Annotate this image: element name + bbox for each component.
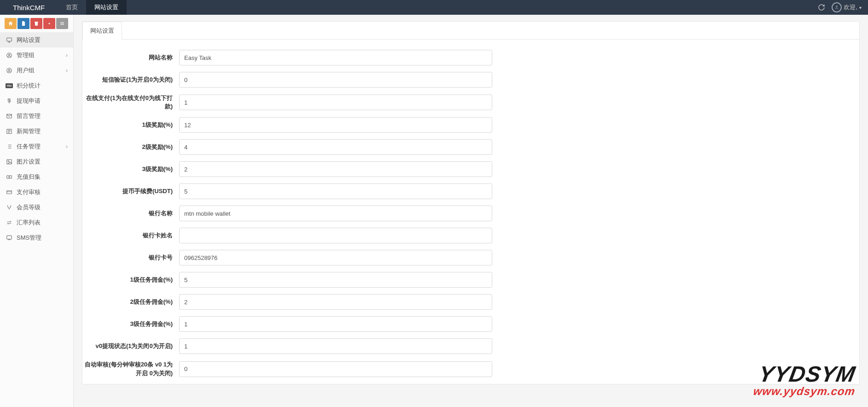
settings-panel: 网站设置 网站名称短信验证(1为开启0为关闭)在线支付(1为在线支付0为线下打款… — [82, 21, 860, 384]
form-label: 自动审核(每分钟审核20条 v0 1为开启 0为关闭) — [82, 360, 179, 377]
sidebar-item-label: 充值归集 — [17, 173, 68, 181]
svg-rect-11 — [7, 159, 12, 164]
form-input-11[interactable] — [179, 294, 492, 310]
form-row: 银行卡姓名 — [82, 228, 859, 243]
form-label: 1级任务佣金(%) — [82, 276, 179, 284]
svg-point-14 — [9, 176, 10, 177]
form-label: 银行卡号 — [82, 254, 179, 262]
sidebar-item-label: 积分统计 — [17, 82, 68, 90]
list-icon — [6, 143, 13, 150]
form-input-8[interactable] — [179, 228, 492, 243]
form-row: 银行卡号 — [82, 250, 859, 265]
nav-tabs: 首页 网站设置 — [58, 0, 127, 15]
sidebar-item-label: 提现申请 — [17, 97, 68, 105]
chevron-right-icon: › — [66, 143, 68, 150]
svg-point-0 — [836, 6, 838, 7]
form-input-4[interactable] — [179, 139, 492, 155]
navbar: ThinkCMF 首页 网站设置 欢迎, ▾ — [0, 0, 868, 15]
sidebar-item-2[interactable]: 用户组› — [0, 63, 73, 78]
sidebar-item-label: 任务管理 — [17, 142, 62, 151]
content-area: 网站设置 网站名称短信验证(1为开启0为关闭)在线支付(1为在线支付0为线下打款… — [74, 15, 868, 407]
sidebar-item-label: 图片设置 — [17, 158, 68, 166]
sidebar-item-1[interactable]: 管理组› — [0, 47, 73, 63]
nav-right: 欢迎, ▾ — [818, 2, 868, 12]
sidebar-item-10[interactable]: 支付审核 — [0, 184, 73, 200]
sidebar-item-7[interactable]: 任务管理› — [0, 139, 73, 154]
form-input-12[interactable] — [179, 316, 492, 332]
form-input-0[interactable] — [179, 50, 492, 65]
form-row: 3级奖励(%) — [82, 161, 859, 177]
form-row: 银行名称 — [82, 206, 859, 221]
toolbar-list-button[interactable] — [56, 18, 68, 29]
monitor-icon — [6, 36, 13, 44]
form-row: 网站名称 — [82, 50, 859, 65]
toolbar-gear-button[interactable] — [43, 18, 55, 29]
form-input-3[interactable] — [179, 117, 492, 133]
sidebar-item-label: 汇率列表 — [17, 218, 68, 227]
form-row: 在线支付(1为在线支付0为线下打款) — [82, 94, 859, 111]
panel-tab-site-settings[interactable]: 网站设置 — [82, 22, 122, 40]
chevron-right-icon: › — [66, 67, 68, 74]
form-row: 提币手续费(USDT) — [82, 183, 859, 199]
form-input-5[interactable] — [179, 161, 492, 177]
toolbar-file-button[interactable] — [17, 18, 29, 29]
settings-form: 网站名称短信验证(1为开启0为关闭)在线支付(1为在线支付0为线下打款)1级奖励… — [82, 40, 859, 378]
sidebar-item-label: 网站设置 — [17, 36, 68, 44]
envelope-icon — [6, 112, 13, 120]
sidebar-item-4[interactable]: 提现申请 — [0, 93, 73, 108]
form-input-2[interactable] — [179, 94, 492, 110]
form-input-6[interactable] — [179, 183, 492, 199]
toolbar-home-button[interactable] — [5, 18, 17, 29]
caret-down-icon: ▾ — [859, 5, 862, 10]
brand: ThinkCMF — [0, 4, 58, 12]
sidebar-item-8[interactable]: 图片设置 — [0, 154, 73, 169]
svg-text:VISA: VISA — [7, 85, 12, 87]
form-row: 短信验证(1为开启0为关闭) — [82, 72, 859, 88]
sidebar-item-6[interactable]: 新闻管理 — [0, 124, 73, 139]
sidebar-item-label: 留言管理 — [17, 112, 68, 120]
form-input-14[interactable] — [179, 361, 492, 377]
form-label: 短信验证(1为开启0为关闭) — [82, 76, 179, 84]
form-input-1[interactable] — [179, 72, 492, 88]
sidebar-item-13[interactable]: SMS管理 — [0, 230, 73, 245]
panel-tabs: 网站设置 — [82, 22, 859, 40]
avatar-icon — [832, 2, 842, 12]
form-row: 2级奖励(%) — [82, 139, 859, 155]
form-row: 3级任务佣金(%) — [82, 316, 859, 332]
form-input-13[interactable] — [179, 338, 492, 354]
user-circle-icon — [6, 67, 13, 74]
form-label: 3级任务佣金(%) — [82, 320, 179, 328]
form-input-7[interactable] — [179, 206, 492, 221]
form-label: 2级任务佣金(%) — [82, 298, 179, 306]
card-icon — [6, 189, 13, 196]
form-row: 自动审核(每分钟审核20条 v0 1为开启 0为关闭) — [82, 360, 859, 377]
sidebar-item-5[interactable]: 留言管理 — [0, 108, 73, 124]
chevron-right-icon: › — [66, 52, 68, 59]
money-icon — [6, 173, 13, 181]
sidebar-item-label: 新闻管理 — [17, 127, 68, 136]
sidebar-item-9[interactable]: 充值归集 — [0, 169, 73, 184]
nav-tab-site-settings[interactable]: 网站设置 — [86, 0, 127, 15]
welcome-label: 欢迎, — [844, 3, 857, 12]
form-input-9[interactable] — [179, 250, 492, 265]
image-icon — [6, 158, 13, 165]
sidebar-item-3[interactable]: VISA积分统计 — [0, 78, 73, 93]
form-input-10[interactable] — [179, 272, 492, 288]
sidebar-item-0[interactable]: 网站设置 — [0, 32, 73, 47]
form-label: 银行名称 — [82, 209, 179, 218]
form-label: v0提现状态(1为关闭0为开启) — [82, 342, 179, 350]
svg-point-1 — [49, 23, 50, 24]
sidebar-item-11[interactable]: 会员等级 — [0, 200, 73, 215]
form-row: 1级任务佣金(%) — [82, 272, 859, 288]
refresh-icon[interactable] — [818, 4, 825, 11]
form-row: v0提现状态(1为关闭0为开启) — [82, 338, 859, 354]
visa-icon: VISA — [6, 82, 13, 89]
sidebar-toolbar — [0, 15, 73, 32]
toolbar-trash-button[interactable] — [30, 18, 42, 29]
welcome-dropdown[interactable]: 欢迎, ▾ — [832, 2, 862, 12]
sidebar-list: 网站设置管理组›用户组›VISA积分统计提现申请留言管理新闻管理任务管理›图片设… — [0, 32, 73, 245]
form-label: 银行卡姓名 — [82, 231, 179, 240]
form-label: 3级奖励(%) — [82, 165, 179, 173]
nav-tab-home[interactable]: 首页 — [58, 0, 86, 15]
sidebar-item-12[interactable]: 汇率列表 — [0, 215, 73, 230]
